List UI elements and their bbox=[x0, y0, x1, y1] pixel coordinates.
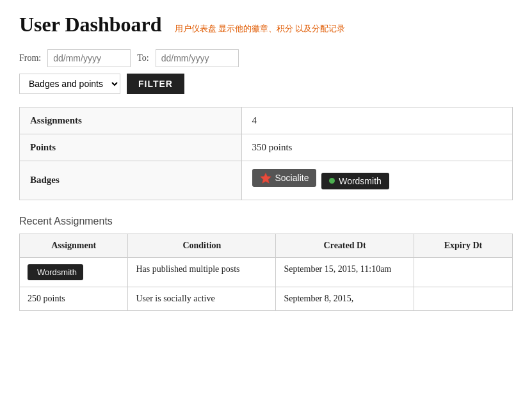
summary-label-points: Points bbox=[20, 134, 242, 161]
expiry-cell-1 bbox=[414, 257, 512, 287]
filter-dropdown[interactable]: Badges and points bbox=[19, 74, 120, 94]
expiry-cell-2 bbox=[414, 287, 512, 310]
filter-row: From: To: bbox=[19, 49, 513, 67]
col-header-condition: Condition bbox=[128, 234, 276, 257]
col-header-created: Created Dt bbox=[276, 234, 414, 257]
summary-value-assignments: 4 bbox=[241, 107, 513, 134]
socialite-label: Socialite bbox=[275, 173, 309, 183]
assignments-header-row: Assignment Condition Created Dt Expiry D… bbox=[20, 234, 513, 257]
col-header-expiry: Expiry Dt bbox=[414, 234, 512, 257]
badge-wordsmith-small: Wordsmith bbox=[28, 264, 83, 280]
col-header-assignment: Assignment bbox=[20, 234, 128, 257]
created-cell-2: September 8, 2015, bbox=[276, 287, 414, 310]
recent-assignments-title: Recent Assignments bbox=[19, 216, 513, 227]
assignment-cell-points: 250 points bbox=[20, 287, 128, 310]
wordsmith-label: Wordsmith bbox=[339, 176, 382, 186]
summary-label-assignments: Assignments bbox=[20, 107, 242, 134]
from-label: From: bbox=[19, 53, 41, 63]
socialite-icon bbox=[260, 172, 271, 184]
summary-value-badges: Socialite Wordsmith bbox=[241, 161, 513, 200]
header-row: User Dashboard 用户仪表盘 显示他的徽章、积分 以及分配记录 bbox=[19, 13, 513, 36]
to-label: To: bbox=[137, 53, 149, 63]
created-cell-1: September 15, 2015, 11:10am bbox=[276, 257, 414, 287]
filter-controls: Badges and points FILTER bbox=[19, 74, 513, 94]
condition-cell-1: Has published multiple posts bbox=[128, 257, 276, 287]
from-date-input[interactable] bbox=[47, 49, 131, 67]
assignments-table: Assignment Condition Created Dt Expiry D… bbox=[19, 234, 513, 311]
svg-marker-0 bbox=[260, 173, 271, 184]
badge-wordsmith: Wordsmith bbox=[321, 173, 389, 189]
summary-table: Assignments 4 Points 350 points Badges S… bbox=[19, 107, 513, 200]
condition-cell-2: User is socially active bbox=[128, 287, 276, 310]
assignment-cell-badge: Wordsmith bbox=[20, 257, 128, 287]
table-row: 250 points User is socially active Septe… bbox=[20, 287, 513, 310]
filter-button[interactable]: FILTER bbox=[127, 74, 184, 94]
wordsmith-dot-icon bbox=[329, 178, 335, 184]
badge-socialite: Socialite bbox=[252, 169, 317, 187]
table-row: Wordsmith Has published multiple posts S… bbox=[20, 257, 513, 287]
page-title: User Dashboard bbox=[19, 13, 162, 36]
summary-row-badges: Badges Socialite Wordsmith bbox=[20, 161, 513, 200]
wordsmith-small-label: Wordsmith bbox=[37, 267, 77, 277]
summary-label-badges: Badges bbox=[20, 161, 242, 200]
summary-row-points: Points 350 points bbox=[20, 134, 513, 161]
summary-value-points: 350 points bbox=[241, 134, 513, 161]
subtitle: 用户仪表盘 显示他的徽章、积分 以及分配记录 bbox=[175, 23, 346, 35]
to-date-input[interactable] bbox=[156, 49, 239, 67]
summary-row-assignments: Assignments 4 bbox=[20, 107, 513, 134]
